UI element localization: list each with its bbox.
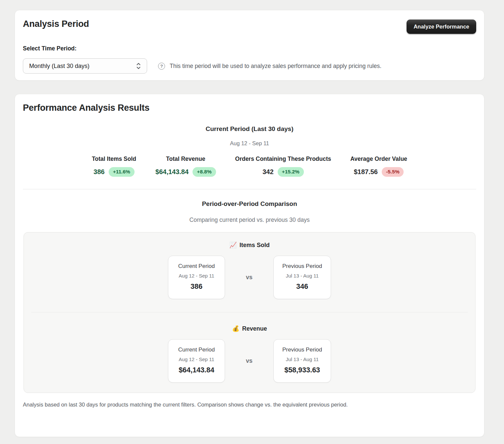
- revenue-previous-card: Previous Period Jul 13 - Aug 11 $58,933.…: [273, 339, 331, 383]
- vs-label: vs: [246, 274, 252, 281]
- performance-results-title: Performance Analysis Results: [23, 103, 476, 113]
- period-label: Current Period: [177, 263, 216, 270]
- period-range: Aug 12 - Sep 11: [177, 356, 216, 362]
- metric-label: Total Items Sold: [92, 156, 136, 162]
- metric-label: Average Order Value: [350, 156, 407, 162]
- help-question-icon: ?: [158, 63, 165, 70]
- metric-value: 386: [93, 168, 104, 176]
- money-bag-icon: 💰: [232, 325, 239, 332]
- items-sold-title-text: Items Sold: [240, 242, 270, 248]
- comparison-box: 📈Items Sold Current Period Aug 12 - Sep …: [24, 232, 476, 393]
- period-value: 346: [282, 283, 322, 291]
- period-range: Aug 12 - Sep 11: [177, 273, 216, 279]
- revenue-section-title: 💰Revenue: [31, 325, 468, 332]
- current-period-date-range: Aug 12 - Sep 11: [23, 140, 476, 147]
- metric-total-items-sold: Total Items Sold 386 +11.6%: [92, 156, 136, 177]
- period-range: Jul 13 - Aug 11: [282, 356, 322, 362]
- metric-change-badge: -5.5%: [382, 167, 404, 177]
- period-range: Jul 13 - Aug 11: [282, 273, 322, 279]
- metric-value: $187.56: [354, 168, 378, 176]
- period-value: $64,143.84: [177, 366, 216, 374]
- current-period-heading: Current Period (Last 30 days): [23, 125, 476, 133]
- period-label: Current Period: [177, 347, 216, 353]
- time-period-row: Monthly (Last 30 days) ? This time perio…: [23, 58, 476, 74]
- metric-change-badge: +8.8%: [193, 167, 216, 177]
- analysis-period-header: Analysis Period Analyze Performance: [23, 19, 476, 34]
- metric-change-badge: +15.2%: [278, 167, 304, 177]
- metric-total-revenue: Total Revenue $64,143.84 +8.8%: [155, 156, 216, 177]
- metric-average-order-value: Average Order Value $187.56 -5.5%: [350, 156, 407, 177]
- time-period-select[interactable]: Monthly (Last 30 days): [23, 58, 147, 74]
- period-label: Previous Period: [282, 347, 322, 353]
- period-label: Previous Period: [282, 263, 322, 270]
- analysis-period-card: Analysis Period Analyze Performance Sele…: [15, 10, 484, 81]
- metric-change-badge: +11.6%: [109, 167, 135, 177]
- vs-label: vs: [246, 357, 252, 364]
- items-sold-compare-row: Current Period Aug 12 - Sep 11 386 vs Pr…: [31, 256, 468, 299]
- items-sold-section-title: 📈Items Sold: [31, 241, 468, 249]
- comparison-section-divider: [31, 312, 468, 312]
- analysis-period-title: Analysis Period: [23, 19, 89, 29]
- time-period-help-text: This time period will be used to analyze…: [170, 63, 381, 70]
- metric-orders-containing: Orders Containing These Products 342 +15…: [235, 156, 331, 177]
- period-comparison-subheading: Comparing current period vs. previous 30…: [23, 217, 476, 223]
- analysis-footer-note: Analysis based on last 30 days for produ…: [23, 402, 476, 408]
- items-sold-previous-card: Previous Period Jul 13 - Aug 11 346: [273, 256, 331, 299]
- period-value: 386: [177, 283, 216, 291]
- revenue-title-text: Revenue: [242, 325, 267, 332]
- items-sold-current-card: Current Period Aug 12 - Sep 11 386: [168, 256, 225, 299]
- metric-value: 342: [262, 168, 273, 176]
- revenue-current-card: Current Period Aug 12 - Sep 11 $64,143.8…: [168, 339, 225, 383]
- select-updown-chevron-icon: [135, 62, 142, 70]
- chart-increasing-icon: 📈: [229, 242, 237, 248]
- analyze-performance-button[interactable]: Analyze Performance: [407, 20, 476, 34]
- time-period-selected-value: Monthly (Last 30 days): [29, 63, 89, 70]
- results-divider: [23, 189, 476, 189]
- period-value: $58,933.63: [282, 366, 322, 374]
- performance-results-card: Performance Analysis Results Current Per…: [15, 94, 484, 437]
- metric-value: $64,143.84: [155, 168, 189, 176]
- metric-label: Total Revenue: [166, 156, 205, 162]
- metrics-row: Total Items Sold 386 +11.6% Total Revenu…: [23, 156, 476, 177]
- period-comparison-heading: Period-over-Period Comparison: [23, 200, 476, 208]
- time-period-label: Select Time Period:: [23, 45, 476, 52]
- revenue-compare-row: Current Period Aug 12 - Sep 11 $64,143.8…: [31, 339, 468, 383]
- metric-label: Orders Containing These Products: [235, 156, 331, 162]
